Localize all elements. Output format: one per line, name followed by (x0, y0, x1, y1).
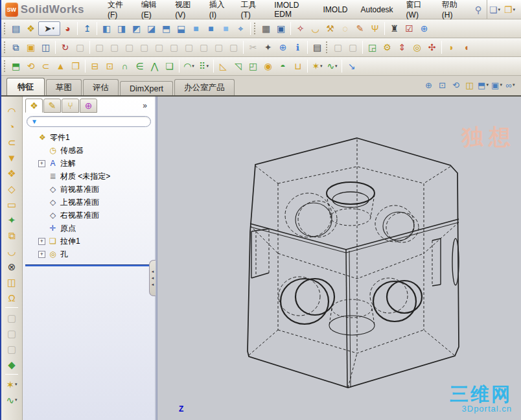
dropdown-arrow-icon[interactable]: ▾ (15, 382, 17, 387)
menu-item-Autodesk[interactable]: Autodesk (354, 3, 400, 17)
tree-item[interactable]: ✛原点 (27, 222, 155, 235)
dropdown-arrow-icon[interactable]: ▾ (513, 7, 516, 12)
offset-surface-icon[interactable]: ◇ (4, 181, 19, 196)
tab-评估[interactable]: 评估 (83, 79, 119, 95)
tab-DimXpert[interactable]: DimXpert (120, 81, 173, 95)
magnify-part-icon[interactable]: ◎ (410, 40, 424, 54)
appearance-boat-icon[interactable]: ◗ (444, 40, 459, 54)
view-cube-left-icon[interactable]: ◩ (129, 21, 144, 36)
tree-item[interactable]: ◇前视基准面 (27, 183, 155, 196)
gear-icon[interactable]: ⚙ (380, 40, 395, 54)
revolved-cut-icon[interactable]: ∩ (117, 59, 132, 73)
view-cube-bottom-icon[interactable]: ⬓ (174, 21, 189, 36)
lofted-boss-icon[interactable]: ▲ (53, 59, 68, 73)
lofted-cut-icon[interactable]: ⋀ (147, 59, 162, 73)
move-entity-icon[interactable]: ↥ (80, 21, 95, 36)
search-blue-icon[interactable]: ⊕ (417, 21, 432, 36)
swept-boss-icon[interactable]: ⊂ (38, 59, 53, 73)
search-icon[interactable]: ⚲ (470, 5, 487, 15)
menu-item-视图(V)[interactable]: 视图(V) (168, 0, 202, 22)
open-recent-icon[interactable]: ▣ (23, 40, 38, 54)
extruded-boss-icon[interactable]: ⬒ (8, 59, 23, 73)
extruded-cut-icon[interactable]: ⊟ (87, 59, 102, 73)
dimxpertmanager-tab[interactable]: ⊕ (80, 99, 97, 113)
measure-icon[interactable]: ✧ (293, 21, 308, 36)
featuremanager-tab[interactable]: ❖ (25, 99, 43, 113)
menu-item-帮助(H)[interactable]: 帮助(H) (435, 0, 470, 22)
hole-wizard-icon[interactable]: ⊡ (102, 59, 117, 73)
view-orientation-icon[interactable]: ⬒▾ (476, 78, 490, 91)
swept-cut-icon[interactable]: ∈ (132, 59, 147, 73)
make-part-icon[interactable]: ❖ (23, 21, 38, 36)
propertymanager-tab[interactable]: ✎ (43, 99, 61, 113)
reference-geometry-icon[interactable]: ✶▾ (4, 377, 19, 392)
menu-item-插入(I)[interactable]: 插入(I) (203, 0, 235, 22)
design-checker-icon[interactable]: ☑ (402, 21, 417, 36)
scene-boat-icon[interactable]: ◖ (459, 40, 474, 54)
explode-view-icon[interactable]: ✣ (424, 40, 439, 54)
extruded-surface-icon[interactable]: ◠ (4, 103, 19, 119)
report-table-icon[interactable]: ▤ (310, 40, 325, 54)
rotate-view-icon[interactable]: ↻ (58, 40, 73, 54)
new-document-button[interactable]: ❏▾ (487, 3, 502, 17)
dropdown-arrow-icon[interactable]: ▾ (15, 397, 17, 402)
fillet-surface-icon[interactable]: ◆ (4, 356, 19, 372)
tree-item[interactable]: +◎孔 (27, 248, 155, 261)
properties-icon[interactable]: ▤ (8, 21, 23, 36)
open-document-button[interactable]: ❐▾ (502, 3, 517, 17)
rollback-bar[interactable] (25, 264, 152, 266)
graphics-viewport[interactable]: 独想 (157, 97, 521, 420)
magic-wand-icon[interactable]: ✦ (260, 40, 275, 54)
curvature-icon[interactable]: ◌ (338, 21, 353, 36)
menu-item-文件(F)[interactable]: 文件(F) (101, 0, 135, 22)
menu-item-窗口(W)[interactable]: 窗口(W) (400, 0, 435, 22)
rib-icon[interactable]: ◺ (216, 59, 231, 73)
zoom-model-icon[interactable]: ◲ (365, 40, 380, 54)
render-sphere-icon[interactable]: ◕ (60, 21, 75, 36)
panel-overflow-chevron[interactable]: » (143, 101, 152, 110)
delete-face-icon[interactable]: ⊗ (4, 259, 19, 274)
display-style-icon[interactable]: ▣▾ (490, 78, 504, 91)
configurationmanager-tab[interactable]: ⑂ (62, 99, 79, 113)
options-plug-icon[interactable]: ♜ (387, 21, 402, 36)
tree-item[interactable]: ◇右视基准面 (27, 209, 155, 222)
view-cube-back-icon[interactable]: ◨ (114, 21, 129, 36)
tab-草图[interactable]: 草图 (46, 79, 82, 95)
dropdown-arrow-icon[interactable]: ▾ (335, 64, 338, 69)
reference-geometry-icon[interactable]: ✶▾ (310, 59, 325, 73)
menu-item-编辑(E)[interactable]: 编辑(E) (135, 0, 168, 22)
curves-icon[interactable]: ∿▾ (4, 392, 19, 408)
window-preview-icon[interactable]: ▣ (273, 21, 288, 36)
zoom-to-area-icon[interactable]: ⊡ (435, 78, 449, 91)
tab-特征[interactable]: 特征 (6, 78, 45, 95)
hide-show-items-icon[interactable]: ∞▾ (504, 78, 517, 91)
view-trimetric-icon[interactable]: ■ (203, 21, 218, 36)
boundary-cut-icon[interactable]: ❏ (162, 59, 177, 73)
previous-view-icon[interactable]: ⟲ (449, 78, 463, 91)
view-cube-right-icon[interactable]: ◪ (144, 21, 159, 36)
dropdown-arrow-icon[interactable]: ▾ (498, 7, 501, 12)
swept-surface-icon[interactable]: ⊂ (4, 134, 19, 150)
mirror-icon[interactable]: ⊔ (290, 59, 305, 73)
tree-item[interactable]: +A注解 (27, 157, 155, 170)
paint-check-icon[interactable]: ✎ (353, 21, 367, 36)
revolved-boss-icon[interactable]: ⟲ (23, 59, 38, 73)
search-round-icon[interactable]: ⊕ (275, 40, 290, 54)
dropdown-arrow-icon[interactable]: ▾ (320, 64, 323, 69)
untrim-surface-icon[interactable]: Ω (4, 290, 19, 305)
view-cube-top-icon[interactable]: ⬒ (159, 21, 174, 36)
wrap-icon[interactable]: ◉ (260, 59, 275, 73)
instant3d-icon[interactable]: ↘ (344, 59, 359, 73)
knit-surface-icon[interactable]: ⧉ (4, 228, 19, 243)
linear-pattern-icon[interactable]: ⠿▾ (196, 59, 211, 73)
info-icon[interactable]: ℹ (290, 40, 305, 54)
lofted-surface-icon[interactable]: ▼ (4, 150, 19, 165)
tree-item[interactable]: ◷传感器 (27, 144, 155, 157)
view-dimetric-icon[interactable]: ■ (218, 21, 233, 36)
tree-item[interactable]: ◇上视基准面 (27, 196, 155, 209)
curves-icon[interactable]: ∿▾ (325, 59, 340, 73)
expand-toggle[interactable]: + (38, 251, 45, 258)
dropdown-arrow-icon[interactable]: ▾ (513, 82, 515, 88)
view-cube-front-icon[interactable]: ◧ (99, 21, 114, 36)
tree-item[interactable]: ❖零件1 (27, 131, 155, 144)
